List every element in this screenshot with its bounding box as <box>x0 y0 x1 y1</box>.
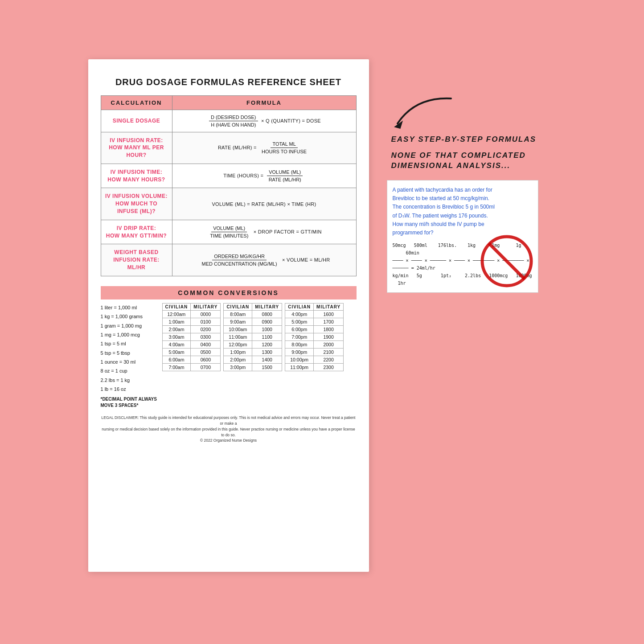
civilian-time: 11:00am <box>224 333 252 340</box>
civilian-time: 8:00am <box>224 310 252 318</box>
decimal-note: *DECIMAL POINT ALWAYS MOVE 3 SPACES* <box>101 396 357 409</box>
formula-label: SINGLE DOSAGE <box>101 110 172 132</box>
military-time-table: CIVILIANMILITARY4:00pm16005:00pm17006:00… <box>285 303 344 371</box>
fraction: TOTAL MLHOURS TO INFUSE <box>260 141 308 154</box>
conversion-item: 1 mg = 1,000 mcg <box>101 330 159 339</box>
mil-row: 12:00pm1200 <box>224 340 282 348</box>
military-time: 1900 <box>314 333 344 340</box>
formula-label: IV INFUSION RATE: HOW MANY ML PER HOUR? <box>101 132 172 164</box>
mil-row: 2:00am0200 <box>162 325 221 333</box>
page-container: DRUG DOSAGE FORMULAS REFERENCE SHEET CAL… <box>33 33 612 612</box>
formula-content: VOLUME (ML)TIME (MINUTES) × DROP FACTOR … <box>172 220 356 244</box>
mil-row: 8:00am0800 <box>224 310 282 318</box>
military-time: 1100 <box>252 333 282 340</box>
military-time: 2300 <box>314 363 344 371</box>
civilian-time: 5:00pm <box>285 318 314 325</box>
mil-row: 10:00pm2200 <box>285 356 344 363</box>
formula-content: D (DESIRED DOSE)H (HAVE ON HAND) × Q (QU… <box>172 110 356 132</box>
easy-step-label: EASY STEP-BY-STEP FORMULAS <box>391 135 537 144</box>
sheet-title: DRUG DOSAGE FORMULAS REFERENCE SHEET <box>101 73 357 95</box>
mil-row: 3:00am0300 <box>162 333 221 340</box>
mil-row: 9:00am0900 <box>224 318 282 325</box>
civilian-time: 3:00am <box>162 333 191 340</box>
military-tables: CIVILIANMILITARY12:00am00001:00am01002:0… <box>162 303 357 371</box>
formula-content: TIME (HOURS) = VOLUME (ML)RATE (ML/HR) <box>172 164 356 188</box>
formula-row: IV INFUSION TIME: HOW MANY HOURS?TIME (H… <box>101 164 356 188</box>
disclaimer: LEGAL DISCLAIMER: This study guide is in… <box>101 415 357 443</box>
mil-col-header: MILITARY <box>191 303 221 310</box>
mil-row: 3:00pm1500 <box>224 363 282 371</box>
military-time: 0600 <box>191 356 221 363</box>
formula-row: IV DRIP RATE: HOW MANY GTT/MIN?VOLUME (M… <box>101 220 356 244</box>
military-time: 1500 <box>252 363 282 371</box>
img-line2: Brevibloc to be started at 50 mcg/kg/min… <box>393 195 489 201</box>
military-time: 2000 <box>314 340 344 348</box>
formula-label: WEIGHT BASED INFUSION RATE: ML/HR <box>101 244 172 276</box>
civilian-time: 8:00pm <box>285 340 314 348</box>
conversion-item: 8 oz = 1 cup <box>101 366 159 375</box>
numerator: ORDERED MG/KG/HR <box>212 254 267 260</box>
civilian-time: 6:00pm <box>285 325 314 333</box>
col2-header: FORMULA <box>172 95 356 110</box>
mil-row: 5:00am0500 <box>162 348 221 356</box>
img-line5: How many ml/h should the IV pump be <box>393 221 484 227</box>
military-time: 2200 <box>314 356 344 363</box>
conversion-item: 1 gram = 1,000 mg <box>101 321 159 330</box>
formula-label: IV INFUSION TIME: HOW MANY HOURS? <box>101 164 172 188</box>
civilian-time: 12:00am <box>162 310 191 318</box>
mil-row: 12:00am0000 <box>162 310 221 318</box>
mil-row: 9:00pm2100 <box>285 348 344 356</box>
mil-col-header: CIVILIAN <box>224 303 252 310</box>
civilian-time: 3:00pm <box>224 363 252 371</box>
conversion-item: 1 ounce = 30 ml <box>101 357 159 366</box>
civilian-time: 10:00am <box>224 325 252 333</box>
conversion-item: 1 kg = 1,000 grams <box>101 312 159 321</box>
civilian-time: 1:00am <box>162 318 191 325</box>
conversion-item: 1 lb = 16 oz <box>101 385 159 394</box>
formulas-table: CALCULATION FORMULA SINGLE DOSAGED (DESI… <box>101 95 357 276</box>
mil-row: 1:00am0100 <box>162 318 221 325</box>
mil-col-header: CIVILIAN <box>162 303 191 310</box>
civilian-time: 1:00pm <box>224 348 252 356</box>
formula-row: IV INFUSION RATE: HOW MANY ML PER HOUR?R… <box>101 132 356 164</box>
military-time: 1700 <box>314 318 344 325</box>
mil-row: 10:00am1000 <box>224 325 282 333</box>
fraction: VOLUME (ML)RATE (ML/HR) <box>267 169 303 182</box>
mil-row: 7:00am0700 <box>162 363 221 371</box>
formula-content: VOLUME (ML) = RATE (ML/HR) × TIME (HR) <box>172 188 356 220</box>
right-panel: EASY STEP-BY-STEP FORMULAS NONE OF THAT … <box>387 59 556 293</box>
conversions-container: 1 liter = 1,000 ml1 kg = 1,000 grams1 gr… <box>101 303 357 394</box>
conversions-left: 1 liter = 1,000 ml1 kg = 1,000 grams1 gr… <box>101 303 159 394</box>
reference-sheet: DRUG DOSAGE FORMULAS REFERENCE SHEET CAL… <box>88 59 369 572</box>
numerator: D (DESIRED DOSE) <box>209 115 258 121</box>
mil-row: 7:00pm1900 <box>285 333 344 340</box>
civilian-time: 4:00am <box>162 340 191 348</box>
formula-text: VOLUME (ML) = RATE (ML/HR) × TIME (HR) <box>212 201 316 207</box>
civilian-time: 12:00pm <box>224 340 252 348</box>
denominator: HOURS TO INFUSE <box>260 148 308 154</box>
civilian-time: 9:00pm <box>285 348 314 356</box>
formula-row: SINGLE DOSAGED (DESIRED DOSE)H (HAVE ON … <box>101 110 356 132</box>
military-time: 1200 <box>252 340 282 348</box>
arrow-icon <box>387 95 458 131</box>
military-time: 0800 <box>252 310 282 318</box>
formula-content: RATE (ML/HR) = TOTAL MLHOURS TO INFUSE <box>172 132 356 164</box>
formula-row: WEIGHT BASED INFUSION RATE: ML/HRORDERED… <box>101 244 356 276</box>
mil-row: 6:00pm1800 <box>285 325 344 333</box>
mil-col-header: CIVILIAN <box>285 303 314 310</box>
military-time: 1400 <box>252 356 282 363</box>
military-time: 0200 <box>191 325 221 333</box>
military-time: 0400 <box>191 340 221 348</box>
img-line4: of D₅W. The patient weighs 176 pounds. <box>393 213 488 219</box>
civilian-time: 2:00am <box>162 325 191 333</box>
mil-row: 11:00pm2300 <box>285 363 344 371</box>
mil-row: 1:00pm1300 <box>224 348 282 356</box>
military-time: 0900 <box>252 318 282 325</box>
mil-col-header: MILITARY <box>252 303 282 310</box>
numerator: VOLUME (ML) <box>267 169 303 176</box>
military-time: 0300 <box>191 333 221 340</box>
conversion-item: 5 tsp = 5 tbsp <box>101 349 159 357</box>
image-box: A patient with tachycardia has an order … <box>387 180 538 293</box>
fraction: ORDERED MG/KG/HRMED CONCENTRATION (MG/ML… <box>200 254 279 267</box>
formula-label: IV DRIP RATE: HOW MANY GTT/MIN? <box>101 220 172 244</box>
